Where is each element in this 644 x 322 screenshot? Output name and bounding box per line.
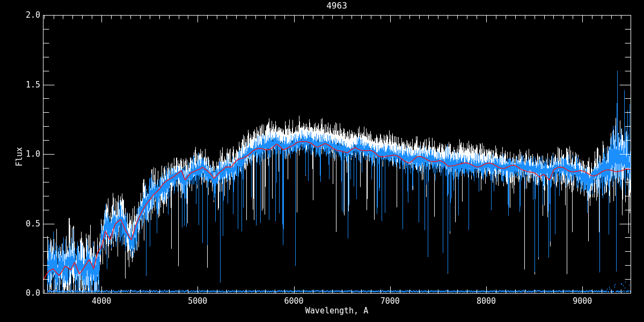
y-tick-label: 0.5 xyxy=(8,219,40,229)
y-tick-label: 1.0 xyxy=(8,149,40,159)
x-tick-label: 6000 xyxy=(278,296,310,306)
x-tick-label: 9000 xyxy=(566,296,598,306)
y-tick-label: 2.0 xyxy=(8,10,40,20)
spectrum-viewer: 4963 Wavelength, A Flux 0.00.51.01.52.0 … xyxy=(0,0,644,322)
x-tick-label: 8000 xyxy=(470,296,502,306)
spectrum-plot-canvas xyxy=(0,0,644,322)
x-tick-label: 4000 xyxy=(85,296,118,306)
y-tick-label: 0.0 xyxy=(8,288,40,298)
plot-title: 4963 xyxy=(43,2,631,10)
x-tick-label: 5000 xyxy=(181,296,214,306)
x-axis-label: Wavelength, A xyxy=(43,306,631,315)
y-tick-label: 1.5 xyxy=(8,80,40,90)
x-tick-label: 7000 xyxy=(374,296,406,306)
